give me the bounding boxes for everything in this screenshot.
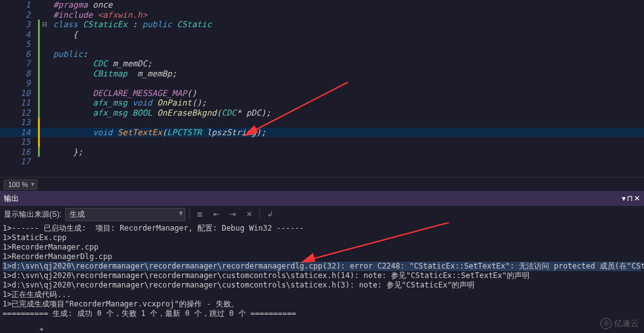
zoom-combo[interactable]: 100 % xyxy=(4,179,37,190)
line-number: 11 xyxy=(0,98,38,108)
code-content: void SetTextEx(LPCTSTR lpszString); xyxy=(48,128,266,138)
output-toolbar: 显示输出来源(S): 生成 ≣ ⇤ ⇥ ✕ ↲ xyxy=(0,206,644,222)
pin-icon[interactable]: ⊓ xyxy=(627,194,633,203)
line-number: 8 xyxy=(0,69,38,79)
code-content: public: xyxy=(48,49,88,59)
line-number: 12 xyxy=(0,108,38,118)
next-message-icon[interactable]: ⇥ xyxy=(226,208,239,221)
code-content: afx_msg void OnPaint(); xyxy=(48,98,207,108)
line-number: 14 xyxy=(0,128,38,138)
fold-icon[interactable]: ⊟ xyxy=(42,20,48,30)
output-source-combo[interactable]: 生成 xyxy=(65,208,185,221)
code-content: CBitmap m_memBp; xyxy=(48,69,177,79)
output-line[interactable]: 1>d:\svn\qj2020\recordermanager\recorder… xyxy=(3,271,641,281)
prev-message-icon[interactable]: ⇤ xyxy=(210,208,223,221)
line-number: 2 xyxy=(0,10,38,20)
line-number: 4 xyxy=(0,30,38,40)
svg-marker-1 xyxy=(244,125,258,136)
wrap-icon[interactable]: ↲ xyxy=(264,208,276,221)
annotation-arrow xyxy=(240,76,354,139)
code-content: }; xyxy=(48,147,83,157)
line-number: 13 xyxy=(0,118,38,128)
zoom-bar: 100 % ◂ xyxy=(0,177,644,191)
code-content: { xyxy=(48,30,78,40)
clear-icon[interactable]: ✕ xyxy=(243,208,256,221)
code-content: #pragma once xyxy=(48,0,113,10)
output-source-label: 显示输出来源(S): xyxy=(4,209,61,220)
output-body[interactable]: 1>------ 已启动生成: 项目: RecorderManager, 配置:… xyxy=(0,222,644,333)
output-line: 1>已完成生成项目"RecorderManager.vcxproj"的操作 - … xyxy=(3,300,641,309)
code-content: CDC m_memDC; xyxy=(48,59,152,69)
output-line: ========== 生成: 成功 0 个，失败 1 个，最新 0 个，跳过 0… xyxy=(3,309,641,318)
line-number: 5 xyxy=(0,39,38,49)
output-line: 1>正在生成代码... xyxy=(3,290,641,300)
close-icon[interactable]: ✕ xyxy=(634,194,640,203)
output-header: 输出 ▾ ⊓ ✕ xyxy=(0,191,644,206)
code-content: afx_msg BOOL OnEraseBkgnd(CDC* pDC); xyxy=(48,108,271,118)
code-editor[interactable]: 1#pragma once 2#include <afxwin.h> 3⊟cla… xyxy=(0,0,644,177)
code-content: class CStaticEx : public CStatic xyxy=(48,20,212,30)
svg-line-0 xyxy=(250,82,348,133)
line-number: 15 xyxy=(0,137,38,147)
panel-controls: ▾ ⊓ ✕ xyxy=(622,194,640,203)
code-content: DECLARE_MESSAGE_MAP() xyxy=(48,88,197,99)
line-number: 17 xyxy=(0,157,38,167)
watermark: ⓔ 亿速云 xyxy=(600,318,639,329)
line-number: 16 xyxy=(0,147,38,157)
line-number: 3 xyxy=(0,20,38,30)
goto-message-icon[interactable]: ≣ xyxy=(194,208,206,221)
annotation-arrow xyxy=(297,222,455,267)
line-number: 9 xyxy=(0,78,38,88)
svg-line-2 xyxy=(307,222,449,260)
svg-marker-3 xyxy=(300,253,315,263)
line-number: 1 xyxy=(0,0,38,10)
line-number: 10 xyxy=(0,88,38,99)
output-title: 输出 xyxy=(4,193,19,204)
dropdown-icon[interactable]: ▾ xyxy=(622,194,626,203)
code-content: #include <afxwin.h> xyxy=(48,10,147,20)
line-number: 6 xyxy=(0,49,38,59)
line-number: 7 xyxy=(0,59,38,69)
output-line[interactable]: 1>d:\svn\qj2020\recordermanager\recorder… xyxy=(3,281,641,290)
watermark-icon: ⓔ xyxy=(600,318,612,329)
